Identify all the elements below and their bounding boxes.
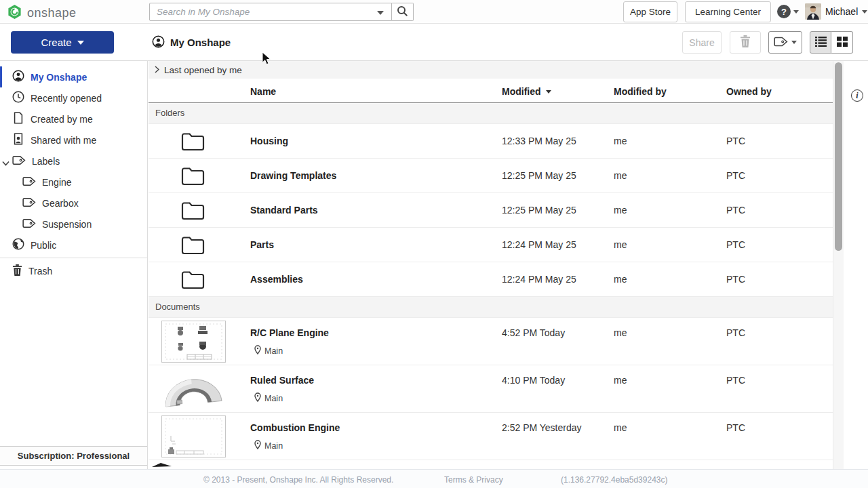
table-row-folder[interactable]: Housing 12:33 PM May 25 me PTC — [149, 124, 833, 159]
document-person-icon — [12, 133, 24, 147]
folder-icon — [181, 235, 205, 258]
onshape-logo: onshape — [7, 4, 77, 22]
share-button[interactable]: Share — [682, 31, 722, 54]
modified-value: 12:25 PM May 25 — [502, 159, 576, 193]
column-header-name[interactable]: Name — [250, 80, 276, 103]
documents-section-header: Documents — [149, 297, 833, 318]
create-button[interactable]: Create — [11, 31, 114, 54]
column-header-modified-by[interactable]: Modified by — [614, 80, 667, 103]
chevron-down-icon — [862, 10, 867, 14]
search-scope-chevron-icon[interactable] — [377, 11, 384, 15]
document-list: Last opened by me Name Modified Modified… — [149, 61, 833, 467]
workspace-row: Main — [254, 345, 283, 357]
list-view-icon — [815, 37, 827, 49]
folder-icon — [181, 270, 205, 292]
search-bar — [149, 3, 414, 21]
onshape-logo-text: onshape — [27, 6, 77, 20]
top-bar: onshape App Store Learning Center ? Mich… — [0, 0, 868, 24]
sidebar-item-my-onshape[interactable]: My Onshape — [0, 66, 147, 87]
sidebar-item-label: My Onshape — [31, 72, 87, 83]
terms-privacy-link[interactable]: Terms & Privacy — [444, 475, 503, 485]
sidebar-item-shared-with-me[interactable]: Shared with me — [0, 129, 147, 150]
search-input[interactable] — [149, 3, 392, 21]
sidebar-item-labels[interactable]: Labels — [0, 150, 147, 171]
sidebar-item-created-by-me[interactable]: Created by me — [0, 108, 147, 129]
table-row-folder[interactable]: Assemblies 12:24 PM May 25 me PTC — [149, 262, 833, 297]
document-name: Ruled Surface — [250, 374, 314, 386]
workspace-row: Main — [254, 440, 283, 451]
modified-by-value: me — [614, 327, 627, 339]
folders-section-header: Folders — [149, 103, 833, 124]
modified-value: 4:10 PM Today — [502, 374, 565, 386]
chevron-down-icon[interactable] — [2, 157, 9, 168]
table-row-folder[interactable]: Parts 12:24 PM May 25 me PTC — [149, 228, 833, 262]
grid-view-button[interactable] — [831, 31, 853, 54]
owned-by-value: PTC — [726, 159, 745, 193]
document-thumbnail-drawing — [161, 321, 226, 363]
chevron-right-icon — [155, 65, 159, 75]
search-button[interactable] — [392, 3, 414, 21]
table-row-folder[interactable]: Standard Parts 12:25 PM May 25 me PTC — [149, 193, 833, 228]
sidebar-item-label-engine[interactable]: Engine — [0, 171, 147, 192]
trash-icon — [12, 264, 22, 278]
folder-icon — [181, 131, 205, 154]
document-toolbar: Create My Onshape Share — [0, 24, 868, 61]
modified-by-value: me — [614, 228, 627, 262]
column-header-modified[interactable]: Modified — [502, 80, 551, 103]
column-header-label: Modified — [502, 86, 541, 97]
sidebar-item-public[interactable]: Public — [0, 235, 147, 256]
onshape-logo-icon — [7, 4, 22, 22]
user-menu-button[interactable]: Michael — [805, 3, 867, 20]
modified-value: 12:33 PM May 25 — [502, 124, 576, 159]
table-row-document[interactable]: Combustion Engine 2:52 PM Yesterday me P… — [149, 413, 833, 460]
table-row-document[interactable]: R/C Plane Engine 4:52 PM Today me PTC Ma… — [149, 318, 833, 365]
copyright-text: © 2013 - Present, Onshape Inc. All Right… — [203, 475, 393, 485]
folder-name: Drawing Templates — [250, 159, 336, 193]
user-name: Michael — [825, 6, 858, 17]
sidebar-item-trash[interactable]: Trash — [0, 260, 147, 281]
tag-icon — [774, 37, 788, 49]
column-header-owned-by[interactable]: Owned by — [726, 80, 772, 103]
page-title-text: My Onshape — [170, 37, 231, 48]
table-row-document-partial[interactable] — [149, 460, 833, 467]
sidebar-item-label: Gearbox — [42, 198, 79, 209]
modified-value: 12:25 PM May 25 — [502, 193, 576, 228]
sidebar-item-label-suspension[interactable]: Suspension — [0, 214, 147, 235]
owned-by-value: PTC — [726, 228, 745, 262]
subscription-status: Subscription: Professional — [0, 446, 147, 466]
scrollbar-thumb[interactable] — [835, 62, 842, 251]
tag-icon — [22, 218, 36, 230]
footer: © 2013 - Present, Onshape Inc. All Right… — [0, 469, 868, 488]
sidebar-item-label: Engine — [42, 177, 72, 188]
folder-icon — [181, 166, 205, 188]
workspace-name: Main — [264, 346, 283, 356]
folder-name: Standard Parts — [250, 193, 318, 228]
workspace-pin-icon — [254, 440, 261, 451]
owned-by-value: PTC — [726, 422, 745, 434]
delete-button[interactable] — [730, 31, 761, 54]
help-icon: ? — [777, 5, 791, 18]
modified-by-value: me — [614, 374, 627, 386]
folder-name: Parts — [250, 228, 274, 262]
help-menu-button[interactable]: ? — [777, 5, 799, 18]
label-button[interactable] — [768, 31, 802, 54]
sidebar-item-recently-opened[interactable]: Recently opened — [0, 87, 147, 108]
app-store-button[interactable]: App Store — [623, 1, 677, 22]
table-row-folder[interactable]: Drawing Templates 12:25 PM May 25 me PTC — [149, 159, 833, 193]
modified-value: 12:24 PM May 25 — [502, 228, 576, 262]
scrollbar-track[interactable] — [833, 61, 844, 469]
last-opened-section-toggle[interactable]: Last opened by me — [149, 61, 833, 80]
sidebar-item-label-gearbox[interactable]: Gearbox — [0, 192, 147, 214]
table-row-document[interactable]: Ruled Surface 4:10 PM Today me PTC Main — [149, 365, 833, 413]
info-icon[interactable]: i — [851, 89, 863, 102]
list-view-button[interactable] — [810, 31, 831, 54]
person-circle-icon — [152, 35, 165, 50]
document-icon — [12, 112, 24, 126]
sidebar-item-label: Shared with me — [31, 135, 96, 146]
modified-value: 2:52 PM Yesterday — [502, 422, 582, 434]
workspace-name: Main — [264, 441, 283, 451]
trash-icon — [740, 35, 751, 49]
chevron-down-icon — [791, 41, 797, 44]
modified-by-value: me — [614, 422, 627, 434]
learning-center-button[interactable]: Learning Center — [685, 1, 771, 22]
